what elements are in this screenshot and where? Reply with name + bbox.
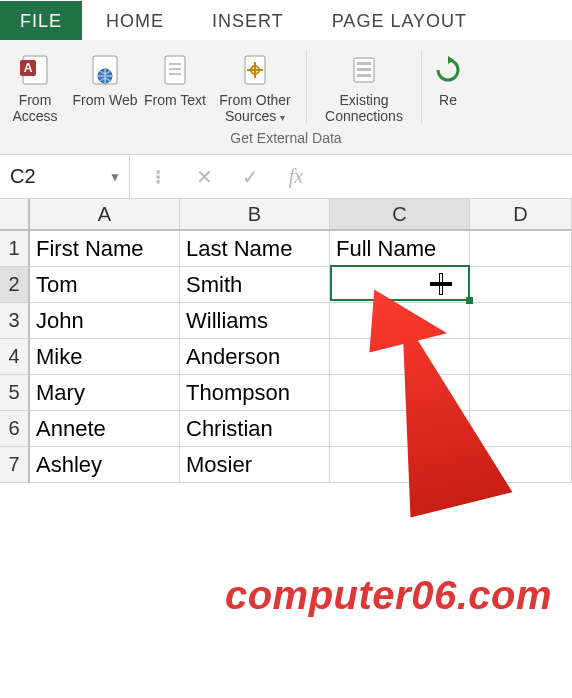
col-header-B[interactable]: B [180, 199, 330, 229]
fill-handle[interactable] [466, 297, 473, 304]
cell[interactable] [330, 375, 470, 411]
from-other-sources-label: From Other Sources ▾ [212, 92, 298, 126]
tab-page-layout[interactable]: PAGE LAYOUT [308, 1, 491, 40]
col-header-A[interactable]: A [30, 199, 180, 229]
cell-selected[interactable] [330, 267, 470, 303]
col-header-D[interactable]: D [470, 199, 572, 229]
ribbon-separator [421, 50, 422, 124]
cell[interactable] [470, 339, 572, 375]
table-row: 3 John Williams [0, 303, 572, 339]
cell[interactable] [470, 375, 572, 411]
select-all-corner[interactable] [0, 199, 30, 229]
text-file-icon [157, 52, 193, 88]
formula-more-icon[interactable]: ⁝ [144, 163, 172, 191]
cell[interactable] [470, 447, 572, 483]
ribbon-separator [306, 50, 307, 124]
enter-icon[interactable]: ✓ [236, 163, 264, 191]
tab-insert[interactable]: INSERT [188, 1, 308, 40]
cell[interactable]: John [30, 303, 180, 339]
table-row: 5 Mary Thompson [0, 375, 572, 411]
fx-icon[interactable]: fx [282, 163, 310, 191]
ribbon: A From Access From Web From Text [0, 40, 572, 155]
cell[interactable] [330, 447, 470, 483]
from-access-button[interactable]: A From Access [0, 48, 70, 126]
formula-input[interactable] [324, 155, 572, 198]
cell[interactable]: Williams [180, 303, 330, 339]
col-header-C[interactable]: C [330, 199, 470, 229]
from-text-button[interactable]: From Text [140, 48, 210, 126]
cell[interactable] [470, 303, 572, 339]
cell[interactable] [470, 411, 572, 447]
svg-rect-14 [357, 62, 371, 65]
row-header[interactable]: 7 [0, 447, 30, 483]
cell[interactable]: First Name [30, 231, 180, 267]
row-header[interactable]: 4 [0, 339, 30, 375]
cell[interactable]: Ashley [30, 447, 180, 483]
tab-file[interactable]: FILE [0, 1, 82, 40]
svg-rect-16 [357, 74, 371, 77]
cell[interactable]: Mary [30, 375, 180, 411]
from-web-label: From Web [72, 92, 137, 126]
table-row: 1 First Name Last Name Full Name [0, 231, 572, 267]
worksheet[interactable]: A B C D 1 First Name Last Name Full Name… [0, 199, 572, 483]
cell[interactable]: Mike [30, 339, 180, 375]
table-row: 7 Ashley Mosier [0, 447, 572, 483]
refresh-button[interactable]: Re [428, 48, 468, 126]
cell[interactable] [470, 267, 572, 303]
svg-rect-15 [357, 68, 371, 71]
cell[interactable]: Anderson [180, 339, 330, 375]
ribbon-group-caption: Get External Data [0, 126, 572, 152]
row-header[interactable]: 6 [0, 411, 30, 447]
cell[interactable] [330, 411, 470, 447]
cell[interactable]: Smith [180, 267, 330, 303]
column-headers: A B C D [0, 199, 572, 231]
cell[interactable]: Christian [180, 411, 330, 447]
cell[interactable]: Mosier [180, 447, 330, 483]
svg-text:A: A [24, 61, 33, 75]
table-row: 6 Annete Christian [0, 411, 572, 447]
existing-connections-button[interactable]: Existing Connections [313, 48, 415, 126]
web-icon [87, 52, 123, 88]
from-other-sources-button[interactable]: From Other Sources ▾ [210, 48, 300, 126]
from-text-label: From Text [144, 92, 206, 126]
watermark: computer06.com [0, 573, 572, 618]
cell[interactable]: Thompson [180, 375, 330, 411]
formula-bar-row: C2 ▼ ⁝ ✕ ✓ fx [0, 155, 572, 199]
cell[interactable]: Last Name [180, 231, 330, 267]
access-icon: A [17, 52, 53, 88]
chevron-down-icon: ▾ [280, 112, 285, 123]
cancel-icon[interactable]: ✕ [190, 163, 218, 191]
cell[interactable] [330, 303, 470, 339]
row-header[interactable]: 2 [0, 267, 30, 303]
table-row: 2 Tom Smith [0, 267, 572, 303]
name-box[interactable]: C2 ▼ [0, 155, 130, 198]
from-web-button[interactable]: From Web [70, 48, 140, 126]
other-sources-icon [237, 52, 273, 88]
name-box-value: C2 [10, 165, 36, 188]
tab-home[interactable]: HOME [82, 1, 188, 40]
formula-tools: ⁝ ✕ ✓ fx [130, 155, 324, 198]
table-row: 4 Mike Anderson [0, 339, 572, 375]
row-header[interactable]: 1 [0, 231, 30, 267]
from-access-label: From Access [2, 92, 68, 126]
cell[interactable]: Full Name [330, 231, 470, 267]
row-header[interactable]: 5 [0, 375, 30, 411]
cell[interactable] [470, 231, 572, 267]
svg-rect-5 [165, 56, 185, 84]
cell[interactable]: Annete [30, 411, 180, 447]
chevron-down-icon[interactable]: ▼ [109, 170, 121, 184]
connections-icon [346, 52, 382, 88]
refresh-label: Re [439, 92, 457, 126]
cell[interactable]: Tom [30, 267, 180, 303]
ribbon-tabs: FILE HOME INSERT PAGE LAYOUT [0, 0, 572, 40]
refresh-icon [430, 52, 466, 88]
row-header[interactable]: 3 [0, 303, 30, 339]
cell[interactable] [330, 339, 470, 375]
existing-connections-label: Existing Connections [315, 92, 413, 126]
